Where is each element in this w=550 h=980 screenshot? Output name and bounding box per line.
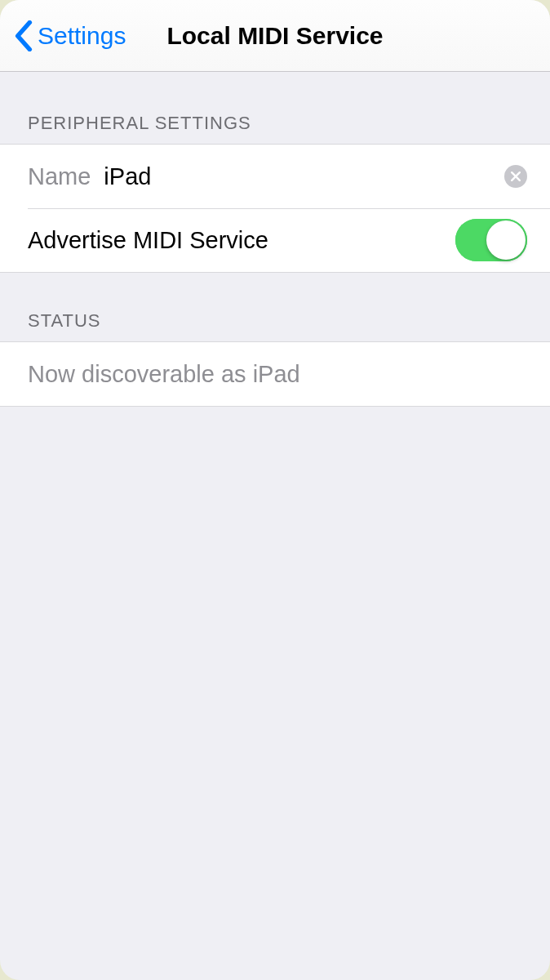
- status-list: Now discoverable as iPad: [0, 341, 550, 407]
- name-field-label: Name: [28, 163, 91, 190]
- section-header-status: Status: [0, 273, 550, 341]
- status-message: Now discoverable as iPad: [28, 361, 300, 388]
- toggle-knob: [486, 220, 526, 260]
- clear-name-button[interactable]: [504, 165, 527, 188]
- section-header-peripheral: Peripheral Settings: [0, 72, 550, 144]
- back-button[interactable]: Settings: [0, 20, 126, 51]
- advertise-label: Advertise MIDI Service: [28, 227, 268, 254]
- settings-panel: Settings Local MIDI Service Peripheral S…: [0, 0, 550, 980]
- chevron-left-icon: [15, 20, 33, 51]
- peripheral-settings-list: Name Advertise MIDI Service: [0, 144, 550, 273]
- advertise-toggle[interactable]: [455, 219, 527, 261]
- name-row[interactable]: Name: [0, 145, 550, 208]
- advertise-row: Advertise MIDI Service: [0, 208, 550, 272]
- status-row: Now discoverable as iPad: [0, 342, 550, 406]
- navbar: Settings Local MIDI Service: [0, 0, 550, 72]
- back-button-label: Settings: [38, 22, 126, 50]
- close-icon: [511, 172, 521, 181]
- name-input[interactable]: [104, 163, 504, 190]
